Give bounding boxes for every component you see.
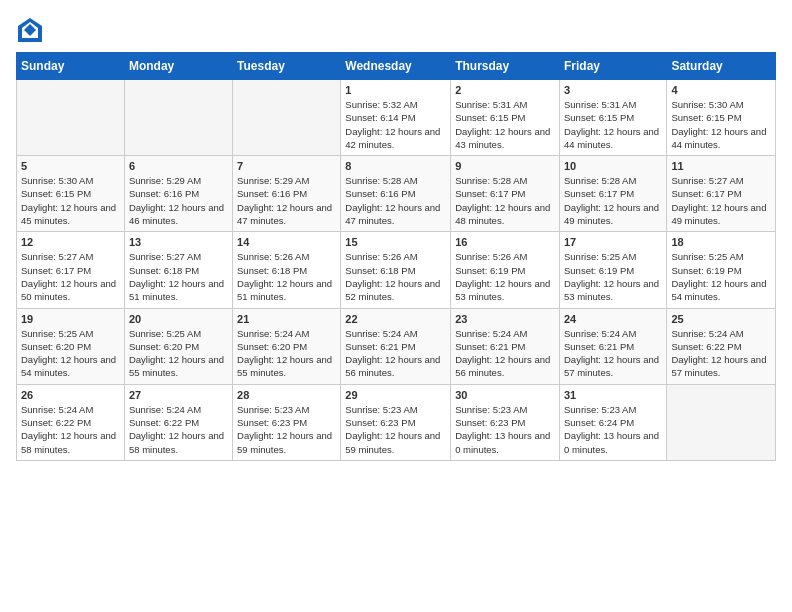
day-info: Sunrise: 5:27 AM Sunset: 6:17 PM Dayligh… <box>671 174 771 227</box>
calendar-cell: 4Sunrise: 5:30 AM Sunset: 6:15 PM Daylig… <box>667 80 776 156</box>
day-info: Sunrise: 5:24 AM Sunset: 6:21 PM Dayligh… <box>345 327 446 380</box>
calendar-cell: 30Sunrise: 5:23 AM Sunset: 6:23 PM Dayli… <box>451 384 560 460</box>
logo <box>16 16 48 44</box>
day-number: 6 <box>129 160 228 172</box>
calendar-cell: 11Sunrise: 5:27 AM Sunset: 6:17 PM Dayli… <box>667 156 776 232</box>
day-number: 21 <box>237 313 336 325</box>
day-info: Sunrise: 5:26 AM Sunset: 6:18 PM Dayligh… <box>237 250 336 303</box>
day-number: 8 <box>345 160 446 172</box>
day-info: Sunrise: 5:29 AM Sunset: 6:16 PM Dayligh… <box>237 174 336 227</box>
day-info: Sunrise: 5:24 AM Sunset: 6:21 PM Dayligh… <box>455 327 555 380</box>
calendar-cell: 18Sunrise: 5:25 AM Sunset: 6:19 PM Dayli… <box>667 232 776 308</box>
day-number: 17 <box>564 236 662 248</box>
calendar-header-monday: Monday <box>124 53 232 80</box>
day-number: 2 <box>455 84 555 96</box>
day-number: 27 <box>129 389 228 401</box>
day-info: Sunrise: 5:24 AM Sunset: 6:22 PM Dayligh… <box>671 327 771 380</box>
day-number: 16 <box>455 236 555 248</box>
day-info: Sunrise: 5:24 AM Sunset: 6:22 PM Dayligh… <box>129 403 228 456</box>
calendar-week-row: 12Sunrise: 5:27 AM Sunset: 6:17 PM Dayli… <box>17 232 776 308</box>
day-number: 12 <box>21 236 120 248</box>
day-number: 30 <box>455 389 555 401</box>
calendar-cell: 9Sunrise: 5:28 AM Sunset: 6:17 PM Daylig… <box>451 156 560 232</box>
calendar-cell: 3Sunrise: 5:31 AM Sunset: 6:15 PM Daylig… <box>559 80 666 156</box>
calendar-cell: 24Sunrise: 5:24 AM Sunset: 6:21 PM Dayli… <box>559 308 666 384</box>
day-number: 31 <box>564 389 662 401</box>
calendar-header-row: SundayMondayTuesdayWednesdayThursdayFrid… <box>17 53 776 80</box>
calendar-cell: 20Sunrise: 5:25 AM Sunset: 6:20 PM Dayli… <box>124 308 232 384</box>
day-number: 22 <box>345 313 446 325</box>
page-header <box>16 16 776 44</box>
calendar-header-saturday: Saturday <box>667 53 776 80</box>
calendar-header-thursday: Thursday <box>451 53 560 80</box>
day-info: Sunrise: 5:24 AM Sunset: 6:20 PM Dayligh… <box>237 327 336 380</box>
day-info: Sunrise: 5:27 AM Sunset: 6:17 PM Dayligh… <box>21 250 120 303</box>
day-number: 20 <box>129 313 228 325</box>
calendar-cell: 14Sunrise: 5:26 AM Sunset: 6:18 PM Dayli… <box>233 232 341 308</box>
calendar-cell: 27Sunrise: 5:24 AM Sunset: 6:22 PM Dayli… <box>124 384 232 460</box>
calendar-cell: 23Sunrise: 5:24 AM Sunset: 6:21 PM Dayli… <box>451 308 560 384</box>
calendar-cell: 16Sunrise: 5:26 AM Sunset: 6:19 PM Dayli… <box>451 232 560 308</box>
calendar-cell: 15Sunrise: 5:26 AM Sunset: 6:18 PM Dayli… <box>341 232 451 308</box>
day-info: Sunrise: 5:25 AM Sunset: 6:19 PM Dayligh… <box>564 250 662 303</box>
calendar-cell: 13Sunrise: 5:27 AM Sunset: 6:18 PM Dayli… <box>124 232 232 308</box>
day-number: 26 <box>21 389 120 401</box>
day-number: 4 <box>671 84 771 96</box>
day-number: 13 <box>129 236 228 248</box>
calendar-cell: 22Sunrise: 5:24 AM Sunset: 6:21 PM Dayli… <box>341 308 451 384</box>
calendar-cell: 29Sunrise: 5:23 AM Sunset: 6:23 PM Dayli… <box>341 384 451 460</box>
calendar-week-row: 19Sunrise: 5:25 AM Sunset: 6:20 PM Dayli… <box>17 308 776 384</box>
day-info: Sunrise: 5:24 AM Sunset: 6:21 PM Dayligh… <box>564 327 662 380</box>
day-number: 1 <box>345 84 446 96</box>
day-number: 3 <box>564 84 662 96</box>
day-info: Sunrise: 5:32 AM Sunset: 6:14 PM Dayligh… <box>345 98 446 151</box>
day-info: Sunrise: 5:24 AM Sunset: 6:22 PM Dayligh… <box>21 403 120 456</box>
calendar-cell: 10Sunrise: 5:28 AM Sunset: 6:17 PM Dayli… <box>559 156 666 232</box>
day-info: Sunrise: 5:30 AM Sunset: 6:15 PM Dayligh… <box>671 98 771 151</box>
day-number: 7 <box>237 160 336 172</box>
calendar-week-row: 5Sunrise: 5:30 AM Sunset: 6:15 PM Daylig… <box>17 156 776 232</box>
calendar-cell: 28Sunrise: 5:23 AM Sunset: 6:23 PM Dayli… <box>233 384 341 460</box>
day-info: Sunrise: 5:25 AM Sunset: 6:20 PM Dayligh… <box>129 327 228 380</box>
calendar-cell: 8Sunrise: 5:28 AM Sunset: 6:16 PM Daylig… <box>341 156 451 232</box>
day-info: Sunrise: 5:30 AM Sunset: 6:15 PM Dayligh… <box>21 174 120 227</box>
calendar-cell: 31Sunrise: 5:23 AM Sunset: 6:24 PM Dayli… <box>559 384 666 460</box>
calendar-week-row: 26Sunrise: 5:24 AM Sunset: 6:22 PM Dayli… <box>17 384 776 460</box>
calendar-cell: 26Sunrise: 5:24 AM Sunset: 6:22 PM Dayli… <box>17 384 125 460</box>
calendar-cell: 12Sunrise: 5:27 AM Sunset: 6:17 PM Dayli… <box>17 232 125 308</box>
day-info: Sunrise: 5:31 AM Sunset: 6:15 PM Dayligh… <box>564 98 662 151</box>
day-info: Sunrise: 5:23 AM Sunset: 6:23 PM Dayligh… <box>345 403 446 456</box>
day-info: Sunrise: 5:25 AM Sunset: 6:20 PM Dayligh… <box>21 327 120 380</box>
calendar-cell <box>667 384 776 460</box>
day-info: Sunrise: 5:26 AM Sunset: 6:18 PM Dayligh… <box>345 250 446 303</box>
calendar-cell: 2Sunrise: 5:31 AM Sunset: 6:15 PM Daylig… <box>451 80 560 156</box>
day-number: 24 <box>564 313 662 325</box>
calendar-table: SundayMondayTuesdayWednesdayThursdayFrid… <box>16 52 776 461</box>
day-number: 23 <box>455 313 555 325</box>
calendar-week-row: 1Sunrise: 5:32 AM Sunset: 6:14 PM Daylig… <box>17 80 776 156</box>
day-number: 9 <box>455 160 555 172</box>
calendar-header-tuesday: Tuesday <box>233 53 341 80</box>
calendar-cell: 19Sunrise: 5:25 AM Sunset: 6:20 PM Dayli… <box>17 308 125 384</box>
day-info: Sunrise: 5:25 AM Sunset: 6:19 PM Dayligh… <box>671 250 771 303</box>
day-number: 11 <box>671 160 771 172</box>
calendar-header-friday: Friday <box>559 53 666 80</box>
calendar-cell: 5Sunrise: 5:30 AM Sunset: 6:15 PM Daylig… <box>17 156 125 232</box>
day-number: 14 <box>237 236 336 248</box>
day-info: Sunrise: 5:23 AM Sunset: 6:23 PM Dayligh… <box>237 403 336 456</box>
day-number: 18 <box>671 236 771 248</box>
calendar-cell <box>233 80 341 156</box>
calendar-cell: 6Sunrise: 5:29 AM Sunset: 6:16 PM Daylig… <box>124 156 232 232</box>
calendar-cell: 1Sunrise: 5:32 AM Sunset: 6:14 PM Daylig… <box>341 80 451 156</box>
day-number: 25 <box>671 313 771 325</box>
calendar-header-wednesday: Wednesday <box>341 53 451 80</box>
day-info: Sunrise: 5:28 AM Sunset: 6:17 PM Dayligh… <box>564 174 662 227</box>
day-info: Sunrise: 5:27 AM Sunset: 6:18 PM Dayligh… <box>129 250 228 303</box>
calendar-cell: 7Sunrise: 5:29 AM Sunset: 6:16 PM Daylig… <box>233 156 341 232</box>
day-info: Sunrise: 5:23 AM Sunset: 6:24 PM Dayligh… <box>564 403 662 456</box>
calendar-cell: 21Sunrise: 5:24 AM Sunset: 6:20 PM Dayli… <box>233 308 341 384</box>
calendar-cell <box>124 80 232 156</box>
day-number: 28 <box>237 389 336 401</box>
day-info: Sunrise: 5:23 AM Sunset: 6:23 PM Dayligh… <box>455 403 555 456</box>
day-info: Sunrise: 5:29 AM Sunset: 6:16 PM Dayligh… <box>129 174 228 227</box>
